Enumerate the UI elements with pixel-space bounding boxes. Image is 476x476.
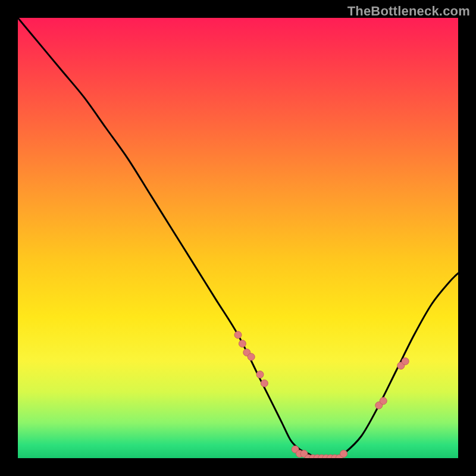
highlight-dot (239, 340, 246, 347)
chart-root: TheBottleneck.com (0, 0, 476, 476)
watermark-text: TheBottleneck.com (347, 4, 470, 19)
plot-area (18, 18, 458, 458)
curve-layer (18, 18, 458, 458)
highlight-dot (380, 397, 387, 405)
highlight-dot (234, 331, 242, 339)
highlight-dot (261, 380, 268, 387)
highlight-dot (248, 353, 255, 361)
highlight-dot (256, 371, 264, 378)
bottleneck-curve (18, 18, 458, 458)
highlight-dot (402, 358, 409, 365)
highlight-dot (340, 450, 347, 458)
